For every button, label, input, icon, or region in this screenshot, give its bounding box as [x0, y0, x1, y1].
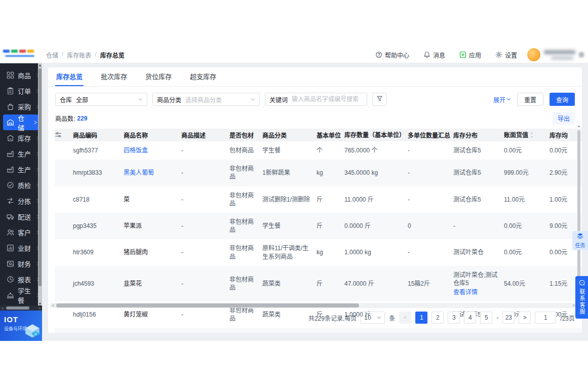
sidebar-item-delivery[interactable]: 配送>: [0, 209, 42, 224]
header-action-apps[interactable]: 应用: [459, 51, 481, 59]
product-name-link[interactable]: 四格饭盒: [124, 147, 148, 154]
cell-packaging: 非包材商品: [229, 266, 262, 302]
table-row: pgp3435苹果派-非包材商品学生餐斤0.0000 斤0-0.00元9.00元: [55, 213, 582, 239]
keyword-field[interactable]: 关键词: [265, 93, 367, 106]
page-jump-input[interactable]: [535, 312, 556, 324]
page-size-select[interactable]: 10: [361, 312, 385, 324]
prev-page-button[interactable]: <: [399, 312, 411, 324]
scroll-up-icon[interactable]: ▲: [577, 124, 581, 128]
sidebar-item-inventory[interactable]: 库存>: [0, 130, 42, 146]
content-card: 库存总览批次库存货位库存超支库存 仓库 全部 商品分类 选择商品分类: [48, 67, 582, 333]
tab-bar: 库存总览批次库存货位库存超支库存: [48, 67, 582, 87]
category-select[interactable]: 商品分类 选择商品分类: [152, 93, 260, 106]
sidebar-item-bizfin[interactable]: 业财>: [0, 240, 42, 256]
funnel-icon: [376, 95, 383, 103]
sidebar-item-warehouse[interactable]: 仓储>: [3, 114, 39, 130]
cell-stock-qty: 0.0000 斤: [344, 213, 408, 239]
next-page-button[interactable]: >: [519, 312, 531, 324]
cell-product-code: jch4593: [73, 266, 124, 302]
warehouse-select[interactable]: 仓库 全部: [55, 93, 147, 106]
finance-icon: [7, 260, 14, 267]
page-button-5[interactable]: 5: [480, 312, 492, 324]
scroll-up-icon[interactable]: ▲: [38, 63, 42, 67]
column-header: 是否包材: [229, 129, 262, 141]
header-action-settings[interactable]: 设置: [495, 51, 517, 59]
page-button-4[interactable]: 4: [464, 312, 476, 324]
table-horizontal-scrollbar[interactable]: < >: [50, 303, 577, 308]
expand-link[interactable]: 展开: [493, 95, 511, 104]
page-button-3[interactable]: 3: [448, 312, 460, 324]
sidebar-horizontal-scrollbar[interactable]: < >: [0, 305, 42, 311]
sidebar-item-qc[interactable]: 质检>: [0, 177, 42, 193]
row-select-cell: [55, 141, 73, 160]
column-header: 基本单位: [317, 129, 344, 141]
sidebar-item-orders[interactable]: 订单>: [0, 83, 42, 99]
avatar[interactable]: [527, 48, 540, 61]
breadcrumb-item[interactable]: 库存账表: [67, 51, 91, 59]
cell-base-unit: 个: [317, 141, 344, 160]
page-button-2[interactable]: 2: [432, 312, 444, 324]
product-name-link[interactable]: 黑美人葡萄: [124, 169, 154, 176]
page-button-last[interactable]: 23: [502, 312, 515, 324]
reset-button[interactable]: 重置: [517, 93, 543, 106]
cell-stock-qty: 11.0000 斤: [344, 186, 408, 213]
user-account[interactable]: [527, 48, 584, 61]
sidebar-item-production-1[interactable]: 生产>: [0, 146, 42, 162]
sidebar-item-purchase[interactable]: 采购>: [0, 99, 42, 114]
sidebar-item-customers[interactable]: 客户>: [0, 224, 42, 240]
task-float-button[interactable]: 任务: [572, 231, 588, 250]
table-row: ldlj9105绿灯笼椒-非包材商品蔬菜类斤0.0000 斤0-0.00元0.0…: [55, 328, 582, 333]
logo-swoosh: [5, 55, 34, 57]
scrollbar-thumb[interactable]: [6, 306, 29, 310]
tab-overview[interactable]: 库存总览: [56, 67, 83, 86]
sidebar-item-production-2[interactable]: 生产>: [0, 162, 42, 177]
iot-banner[interactable]: IOT 设备与环境 <: [0, 311, 42, 341]
column-header[interactable]: 账面货值: [504, 129, 550, 141]
view-details-link[interactable]: 查看详情: [453, 288, 478, 296]
search-button[interactable]: 查询: [550, 93, 575, 106]
page-button-1[interactable]: 1: [415, 312, 427, 324]
keyword-input[interactable]: [292, 96, 363, 103]
sidebar-item-finance[interactable]: 财务>: [0, 256, 42, 272]
sidebar-item-reports[interactable]: 报表>: [0, 272, 42, 287]
header-action-help[interactable]: 帮助中心: [375, 51, 409, 59]
scrollbar-thumb[interactable]: [56, 303, 359, 307]
filter-actions: 展开 重置 查询: [493, 93, 575, 106]
sidebar-vertical-scrollbar[interactable]: ▲ ▼: [38, 63, 42, 305]
sidebar-item-goods[interactable]: 商品>: [0, 67, 42, 83]
scroll-right-icon[interactable]: >: [37, 306, 42, 311]
customer-service-float-button[interactable]: 联系客服: [575, 276, 588, 319]
breadcrumb-item[interactable]: 仓储: [46, 51, 58, 59]
sidebar-item-label: 质检: [18, 180, 31, 190]
scrollbar-thumb[interactable]: [38, 68, 42, 286]
tab-location[interactable]: 货位库存: [145, 67, 172, 86]
cell-stock-qty: 765.0000 个: [344, 141, 408, 160]
column-settings-header[interactable]: [55, 129, 73, 141]
column-header[interactable]: 库存数量（基本单位）: [344, 129, 408, 141]
scroll-down-icon[interactable]: ▼: [38, 302, 42, 305]
user-menu-caret-icon[interactable]: [579, 52, 584, 57]
chevron-right-icon: >: [34, 119, 37, 126]
cell-product-name: 猪后腿肉: [124, 239, 181, 265]
scrollbar-thumb[interactable]: [577, 130, 580, 295]
advanced-filter-button[interactable]: [372, 93, 386, 106]
sorting-icon: [7, 197, 14, 205]
scroll-left-icon[interactable]: <: [50, 303, 56, 308]
scroll-left-icon[interactable]: <: [0, 306, 5, 311]
sort-icon[interactable]: [530, 132, 534, 140]
breadcrumb: 仓储/库存账表/库存总览: [46, 51, 125, 59]
column-header: 商品名称: [124, 129, 181, 141]
export-button[interactable]: 导出: [553, 112, 575, 125]
sidebar-item-student-meal[interactable]: 学生餐>: [0, 287, 42, 303]
sidebar-item-sorting[interactable]: 分拣>: [0, 193, 42, 209]
column-header: 商品分类: [262, 129, 317, 141]
cell-description: -: [181, 266, 229, 302]
tab-overdraft[interactable]: 超支库存: [190, 67, 216, 86]
tab-batch[interactable]: 批次库存: [101, 67, 127, 86]
sidebar-menu: 商品>订单>采购>仓储>库存>生产>生产>质检>分拣>配送>客户>业财>财务>报…: [0, 63, 42, 303]
delivery-icon: [7, 213, 14, 220]
header-action-message[interactable]: 消息: [423, 51, 445, 59]
cell-multi-unit: -: [408, 239, 453, 265]
cell-description: -: [181, 186, 229, 213]
cell-product-name: 黑美人葡萄: [124, 160, 181, 186]
